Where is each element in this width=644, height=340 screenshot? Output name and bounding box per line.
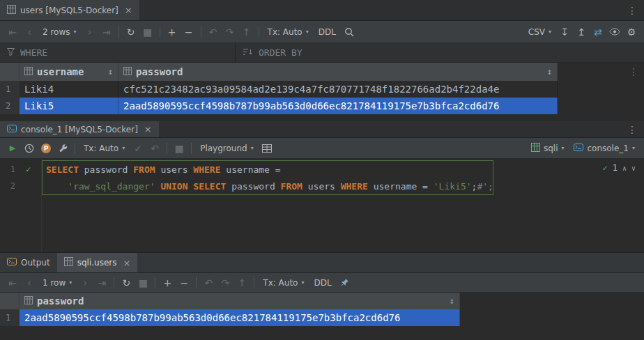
next-page-icon[interactable]: › <box>77 275 93 291</box>
toolbar-separator <box>191 143 192 154</box>
wrench-icon[interactable] <box>54 141 71 156</box>
row-number-gutter-header <box>0 63 20 81</box>
sort-icon[interactable]: ↕ <box>108 67 113 77</box>
tab-users-table[interactable]: users [MySQL5-Docker] × <box>0 0 139 20</box>
page-size-dropdown[interactable]: 1 row ▾ <box>38 275 77 291</box>
next-result-icon[interactable]: ∨ <box>631 164 636 172</box>
redo-icon[interactable]: ↷ <box>222 24 238 40</box>
console-options-icon[interactable]: ⋮ <box>620 121 644 137</box>
prev-result-icon[interactable]: ∧ <box>622 164 627 172</box>
submit-changes-icon[interactable]: ↑ <box>238 24 255 40</box>
toolbar-separator <box>155 277 155 288</box>
result-grid-header-row: password ↕ <box>0 293 644 309</box>
import-data-icon[interactable]: ↥ <box>573 24 590 40</box>
close-icon[interactable]: × <box>125 5 132 15</box>
search-icon[interactable] <box>341 24 358 40</box>
history-icon[interactable] <box>21 141 38 156</box>
add-row-icon[interactable]: + <box>159 275 176 291</box>
close-icon[interactable]: × <box>144 124 152 134</box>
statement-success-icon: ✓ <box>15 164 41 174</box>
execute-icon[interactable]: ▶ <box>4 141 21 156</box>
prev-page-icon[interactable]: ‹ <box>21 275 38 291</box>
redo-icon[interactable]: ↷ <box>217 275 233 291</box>
delete-row-icon[interactable]: − <box>181 24 197 40</box>
add-row-icon[interactable]: + <box>164 24 181 40</box>
tab-sqli-users-result[interactable]: sqli.users × <box>57 253 138 272</box>
toolbar-separator <box>196 277 197 288</box>
cell-password[interactable]: 2aad5890595ccf4598b787b99ab563d0d66ec821… <box>118 98 558 114</box>
revert-changes-icon[interactable]: ↶ <box>200 275 217 291</box>
first-page-icon[interactable]: ⇤ <box>4 24 21 40</box>
toolbar-separator <box>75 143 75 154</box>
filter-funnel-icon <box>7 47 15 58</box>
ddl-button[interactable]: DDL <box>309 275 336 291</box>
reload-data-icon[interactable]: ↻ <box>123 24 139 40</box>
tab-output[interactable]: Output <box>0 253 57 272</box>
close-icon[interactable]: × <box>123 258 130 268</box>
last-page-icon[interactable]: ⇥ <box>93 275 110 291</box>
page-size-dropdown[interactable]: 2 rows ▾ <box>38 24 82 40</box>
table-row[interactable]: 2 Liki5 2aad5890595ccf4598b787b99ab563d0… <box>0 98 644 114</box>
view-options-icon[interactable] <box>606 24 623 40</box>
sync-data-icon[interactable]: ⇄ <box>590 24 606 40</box>
sort-icon[interactable]: ↕ <box>450 296 454 306</box>
playground-mode-dropdown[interactable]: Playground ▾ <box>195 141 259 156</box>
column-header-username[interactable]: username ↕ <box>20 63 118 81</box>
prev-page-icon[interactable]: ‹ <box>21 24 38 40</box>
table-row[interactable]: 1 Liki4 cfc521c23482ac93a09584ad2e139c4a… <box>0 81 644 98</box>
settings-gear-icon[interactable]: ⚙ <box>623 24 640 40</box>
column-header-password[interactable]: password ↕ <box>118 63 558 81</box>
order-by-input[interactable]: ORDER BY <box>236 43 309 62</box>
schema-switcher[interactable]: sqli ▾ <box>526 141 569 156</box>
cell-username[interactable]: Liki5 <box>20 98 118 114</box>
first-page-icon[interactable]: ⇤ <box>4 275 21 291</box>
tx-mode-dropdown[interactable]: Tx: Auto ▾ <box>79 141 130 156</box>
console-tab-bar: console_1 [MySQL5-Docker] × ⋮ <box>0 121 644 138</box>
cell-username[interactable]: Liki4 <box>20 81 118 98</box>
export-format-dropdown[interactable]: CSV ▾ <box>523 24 556 40</box>
table-row[interactable]: 1 2aad5890595ccf4598b787b99ab563d0d66ec8… <box>0 309 644 326</box>
stop-icon[interactable]: ■ <box>135 275 151 291</box>
delete-row-icon[interactable]: − <box>176 275 192 291</box>
editor-options-icon[interactable]: ⋮ <box>620 0 644 20</box>
cell-password[interactable]: cfc521c23482ac93a09584ad2e139c4a7fc87077… <box>118 81 558 98</box>
tab-console-1[interactable]: console_1 [MySQL5-Docker] × <box>0 121 159 137</box>
column-name: password <box>37 295 84 307</box>
console-switcher[interactable]: console_1 ▾ <box>569 141 640 156</box>
column-name: password <box>136 66 183 77</box>
reload-data-icon[interactable]: ↻ <box>118 275 135 291</box>
column-icon <box>123 66 132 77</box>
profiler-icon[interactable]: P <box>41 144 51 153</box>
view-as-table-icon[interactable] <box>259 141 275 156</box>
column-icon <box>24 295 33 307</box>
rows-count-label: 1 row <box>43 278 66 288</box>
tx-mode-dropdown[interactable]: Tx: Auto ▾ <box>258 275 309 291</box>
sort-icon[interactable]: ↕ <box>547 67 552 77</box>
submit-changes-icon[interactable]: ↑ <box>233 275 250 291</box>
toolbar-separator <box>254 277 254 288</box>
revert-changes-icon[interactable]: ↶ <box>205 24 222 40</box>
pin-tab-icon[interactable] <box>337 275 353 291</box>
chevron-down-icon: ▾ <box>69 279 72 286</box>
order-by-icon <box>243 47 253 58</box>
rollback-icon[interactable]: ↶ <box>146 141 163 156</box>
sql-editor[interactable]: 1 ✓ SELECT password FROM users WHERE use… <box>0 159 644 252</box>
stop-icon[interactable]: ■ <box>139 24 156 40</box>
output-icon <box>7 258 17 268</box>
stop-icon[interactable]: ■ <box>171 141 187 156</box>
line-number: 2 <box>0 181 15 191</box>
tx-mode-dropdown[interactable]: Tx: Auto ▾ <box>263 24 314 40</box>
next-page-icon[interactable]: › <box>82 24 98 40</box>
where-filter-input[interactable]: WHERE <box>0 43 236 62</box>
grid-header-row: username ↕ password ↕ ⋮ <box>0 63 644 81</box>
execution-result-navigator[interactable]: ✓ 1 ∧ ∨ <box>602 163 636 173</box>
result-count: 1 <box>613 163 618 173</box>
commit-icon[interactable]: ✓ <box>130 141 146 156</box>
column-header-password[interactable]: password ↕ <box>20 293 460 309</box>
ddl-button[interactable]: DDL <box>314 24 341 40</box>
export-data-icon[interactable]: ↧ <box>556 24 573 40</box>
grid-options-icon[interactable]: ⋮ <box>629 66 638 77</box>
grid-header-overflow <box>460 293 644 309</box>
last-page-icon[interactable]: ⇥ <box>98 24 115 40</box>
cell-password[interactable]: 2aad5890595ccf4598b787b99ab563d0d66ec821… <box>20 309 460 326</box>
